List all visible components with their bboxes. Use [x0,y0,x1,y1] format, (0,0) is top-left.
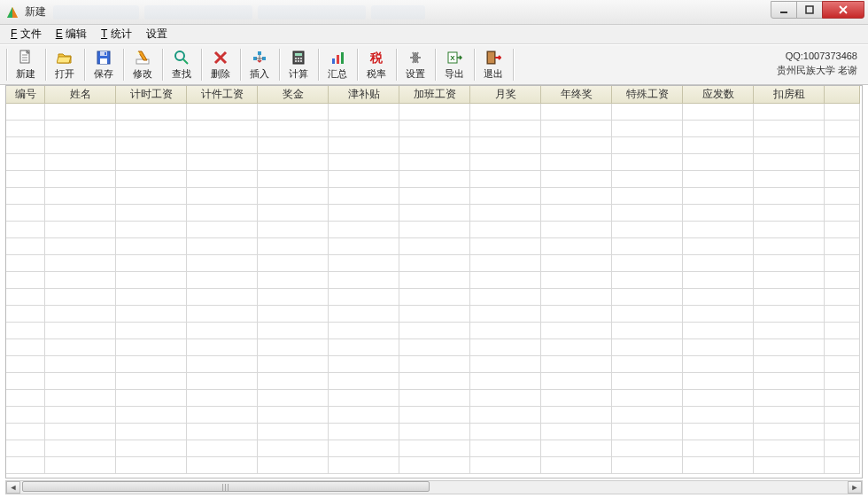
cell[interactable] [399,407,470,424]
table-row[interactable] [6,457,862,474]
table-row[interactable] [6,440,862,457]
cell[interactable] [187,457,258,474]
cell[interactable] [329,171,399,188]
cell[interactable] [683,188,754,205]
cell[interactable] [541,154,612,171]
cell[interactable] [45,104,116,121]
cell[interactable] [825,440,860,457]
cell[interactable] [470,188,541,205]
cell[interactable] [6,272,45,289]
cell[interactable] [754,289,825,306]
cell[interactable] [399,104,470,121]
cell[interactable] [45,188,116,205]
cell[interactable] [683,373,754,390]
cell[interactable] [45,289,116,306]
cell[interactable] [541,188,612,205]
cell[interactable] [612,339,683,356]
cell[interactable] [470,154,541,171]
cell[interactable] [329,154,399,171]
cell[interactable] [258,104,329,121]
cell[interactable] [612,255,683,272]
cell[interactable] [6,154,45,171]
cell[interactable] [187,222,258,238]
data-grid[interactable]: 编号姓名计时工资计件工资奖金津补贴加班工资月奖年终奖特殊工资应发数扣房租 [5,85,863,479]
cell[interactable] [683,205,754,222]
cell[interactable] [258,306,329,323]
cell[interactable] [329,121,399,137]
cell[interactable] [470,171,541,188]
cell[interactable] [825,272,860,289]
cell[interactable] [187,238,258,255]
cell[interactable] [470,104,541,121]
cell[interactable] [683,238,754,255]
table-row[interactable] [6,121,862,137]
cell[interactable] [541,407,612,424]
table-row[interactable] [6,289,862,306]
cell[interactable] [258,356,329,373]
cell[interactable] [399,222,470,238]
cell[interactable] [825,356,860,373]
cell[interactable] [541,339,612,356]
cell[interactable] [116,424,187,440]
cell[interactable] [683,289,754,306]
cell[interactable] [258,121,329,137]
cell[interactable] [6,440,45,457]
cell[interactable] [683,171,754,188]
cell[interactable] [187,188,258,205]
cell[interactable] [329,205,399,222]
cell[interactable] [683,323,754,339]
cell[interactable] [683,104,754,121]
cell[interactable] [754,255,825,272]
taxrate-button[interactable]: 税税率 [360,45,393,84]
cell[interactable] [754,137,825,154]
cell[interactable] [541,356,612,373]
cell[interactable] [399,121,470,137]
cell[interactable] [399,205,470,222]
exit-button[interactable]: 退出 [477,45,510,84]
cell[interactable] [683,154,754,171]
cell[interactable] [399,188,470,205]
cell[interactable] [329,390,399,407]
cell[interactable] [6,188,45,205]
cell[interactable] [612,205,683,222]
cell[interactable] [329,238,399,255]
cell[interactable] [329,407,399,424]
cell[interactable] [399,171,470,188]
cell[interactable] [754,356,825,373]
cell[interactable] [258,373,329,390]
cell[interactable] [470,306,541,323]
cell[interactable] [329,457,399,474]
column-header-tail[interactable] [825,86,860,104]
cell[interactable] [116,205,187,222]
cell[interactable] [754,121,825,137]
cell[interactable] [187,373,258,390]
table-row[interactable] [6,424,862,440]
cell[interactable] [116,171,187,188]
cell[interactable] [45,440,116,457]
column-header-hourly[interactable]: 计时工资 [116,86,187,104]
cell[interactable] [470,137,541,154]
cell[interactable] [187,440,258,457]
cell[interactable] [116,137,187,154]
scroll-right-button[interactable]: ► [848,481,862,494]
cell[interactable] [329,222,399,238]
cell[interactable] [116,289,187,306]
cell[interactable] [470,205,541,222]
cell[interactable] [470,289,541,306]
cell[interactable] [541,289,612,306]
cell[interactable] [187,407,258,424]
cell[interactable] [470,323,541,339]
cell[interactable] [541,238,612,255]
cell[interactable] [45,255,116,272]
cell[interactable] [399,137,470,154]
cell[interactable] [258,171,329,188]
close-button[interactable] [822,1,864,19]
cell[interactable] [329,373,399,390]
cell[interactable] [541,104,612,121]
cell[interactable] [683,390,754,407]
cell[interactable] [470,121,541,137]
cell[interactable] [754,373,825,390]
cell[interactable] [825,188,860,205]
cell[interactable] [683,137,754,154]
table-row[interactable] [6,356,862,373]
